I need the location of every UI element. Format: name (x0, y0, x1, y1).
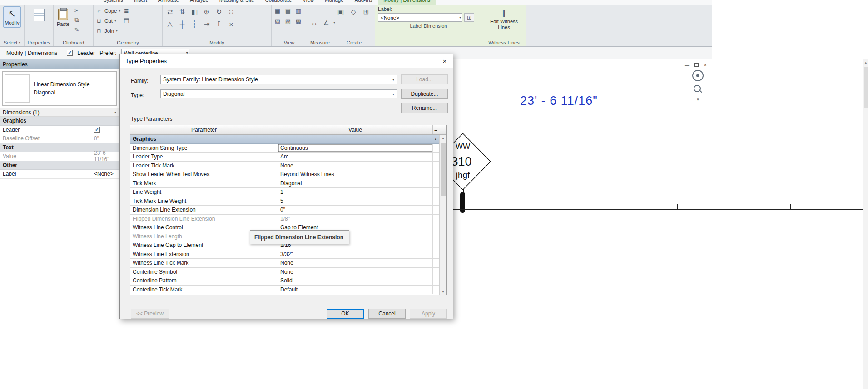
collapse-group-icon[interactable]: ▴ (435, 137, 436, 141)
parameter-group-graphics[interactable]: Graphics▴ (130, 135, 439, 144)
ribbon-tab-systems[interactable]: Systems (98, 0, 129, 5)
property-value[interactable]: 23' 6 11/16" (92, 152, 119, 161)
parameter-value[interactable]: Solid (278, 276, 433, 285)
duplicate-button[interactable]: Duplicate... (401, 89, 448, 99)
selection-filter-combo[interactable]: Dimensions (1) ▾ (0, 108, 119, 117)
leader-option-checkbox[interactable]: ✓ (67, 50, 73, 56)
create-group-icon[interactable]: ▣ (335, 6, 346, 17)
scroll-up-icon[interactable]: ▴ (442, 135, 444, 142)
scroll-down-icon[interactable]: ▾ (442, 288, 444, 295)
parameter-value[interactable]: None (278, 268, 433, 276)
angle-icon[interactable]: ∠ (321, 17, 332, 28)
parameter-value[interactable]: Arc (278, 153, 433, 161)
isolate-icon[interactable]: ▨ (284, 17, 292, 25)
paint-icon[interactable]: ≣ (123, 6, 131, 15)
property-value[interactable]: 0" (92, 134, 119, 143)
wall-line-upper[interactable] (450, 207, 864, 207)
ribbon-tab-massing-site[interactable]: Massing & Site (214, 0, 260, 5)
mirror-icon[interactable]: ◧ (189, 6, 200, 17)
cut-geometry-button[interactable]: ⊔Cut▾ (95, 16, 121, 25)
assign-column-header[interactable]: = (433, 125, 439, 134)
hide-in-view-icon[interactable]: ▧ (273, 17, 282, 25)
ok-button[interactable]: OK (327, 309, 364, 319)
type-selector[interactable]: Linear Dimension Style Diagonal (2, 71, 117, 106)
create-similar-icon[interactable]: ◇ (348, 6, 359, 17)
measure-icon[interactable]: ↔ (309, 17, 320, 28)
linework-icon[interactable]: ▦ (273, 6, 282, 15)
leader-checkbox[interactable]: ✓ (94, 127, 100, 133)
canvas-scrollbar[interactable]: ▴ (863, 59, 868, 389)
cancel-button[interactable]: Cancel (368, 309, 406, 319)
property-value[interactable]: ✓ (92, 126, 119, 134)
parameter-column-header[interactable]: Parameter (130, 125, 278, 134)
restore-icon[interactable] (693, 62, 699, 68)
ribbon-tab-annotate[interactable]: Annotate (153, 0, 184, 5)
modify-button[interactable]: ↖ Modify (3, 6, 20, 28)
type-combo[interactable]: Diagonal ▾ (160, 89, 397, 98)
ribbon-tab-analyze[interactable]: Analyze (184, 0, 214, 5)
parameter-value[interactable]: None (278, 259, 433, 267)
rotate-icon[interactable]: ↻ (213, 6, 224, 17)
chevron-down-icon[interactable]: ▾ (697, 97, 699, 102)
ribbon-tab-manage[interactable]: Manage (319, 0, 349, 5)
cut-icon[interactable]: ✂ (73, 6, 81, 15)
pin-icon[interactable]: ⊺ (213, 19, 224, 30)
cut-profile-icon[interactable]: ▤ (284, 6, 292, 15)
offset-icon[interactable]: ⇅ (177, 6, 188, 17)
parameter-value[interactable]: Diagonal (278, 179, 433, 188)
scale-icon[interactable]: △ (164, 19, 175, 30)
split-face-icon[interactable]: ▤ (123, 16, 131, 24)
property-group-graphics[interactable]: Graphics (0, 117, 119, 126)
scroll-up-icon[interactable]: ▴ (865, 59, 867, 66)
scrollbar-thumb[interactable] (441, 143, 446, 196)
extend-icon[interactable]: ⇥ (201, 19, 212, 30)
parameter-value[interactable]: 0" (278, 206, 433, 214)
property-value[interactable]: <None> (92, 170, 119, 178)
parameter-value[interactable]: Beyond Witness Lines (278, 170, 433, 179)
trim-icon[interactable]: ┼ (177, 19, 188, 30)
parameter-value[interactable]: Continuous (278, 144, 433, 153)
zoom-icon[interactable] (693, 84, 703, 94)
value-column-header[interactable]: Value (278, 125, 433, 134)
apply-button[interactable]: Apply (410, 309, 447, 319)
close-icon[interactable]: × (702, 62, 709, 68)
dialog-close-icon[interactable]: × (436, 54, 453, 68)
split-icon[interactable]: ┆ (189, 19, 200, 30)
align-icon[interactable]: ⇄ (164, 6, 175, 17)
join-button[interactable]: ⊓Join▾ (95, 26, 121, 35)
dimension-label-combo[interactable]: <None> ▾ (378, 13, 462, 22)
properties-palette-header[interactable]: Properties (0, 59, 119, 69)
ribbon-tab-collaborate[interactable]: Collaborate (260, 0, 298, 5)
scrollbar-thumb[interactable] (864, 67, 868, 108)
displace-elements-icon[interactable]: ▩ (294, 17, 303, 25)
panel-label-select[interactable]: Select ▾ (0, 39, 24, 46)
edit-witness-lines-button[interactable]: ∥ Edit Witness Lines (486, 6, 522, 30)
wall-line-lower[interactable] (450, 209, 864, 210)
copy-icon[interactable]: ⧉ (73, 16, 81, 24)
parameter-value[interactable]: 1/8" (278, 215, 433, 223)
load-button[interactable]: Load... (401, 74, 448, 84)
steering-wheel-icon[interactable] (692, 70, 704, 81)
parameter-value[interactable]: 3/32" (278, 250, 433, 259)
paste-button[interactable]: Paste (55, 6, 71, 29)
minimize-icon[interactable]: — (684, 62, 690, 68)
properties-button[interactable] (32, 6, 46, 24)
ribbon-tab-insert[interactable]: Insert (129, 0, 153, 5)
dimension-label-options-icon[interactable]: ⊞ (464, 13, 474, 22)
ribbon-tab-view[interactable]: View (297, 0, 319, 5)
ribbon-tab-modify-dimensions[interactable]: Modify | Dimensions (378, 0, 436, 5)
array-icon[interactable]: ∷ (226, 6, 237, 17)
parameter-value[interactable]: 5 (278, 197, 433, 206)
cope-button[interactable]: ⌐Cope▾ (95, 6, 121, 15)
move-icon[interactable]: ⊕ (201, 6, 212, 17)
parameter-value[interactable]: None (278, 162, 433, 170)
rename-button[interactable]: Rename... (401, 103, 448, 113)
dimension-value-text[interactable]: 23' - 6 11/16" (520, 94, 598, 108)
override-graphics-icon[interactable]: ▥ (294, 6, 303, 15)
dialog-title-bar[interactable]: Type Properties × (120, 54, 453, 68)
parameter-value[interactable]: Default (278, 286, 433, 294)
family-combo[interactable]: System Family: Linear Dimension Style ▾ (160, 75, 397, 84)
parameter-value[interactable]: 1 (278, 188, 433, 197)
create-assembly-icon[interactable]: ⊞ (361, 6, 372, 17)
preview-button[interactable]: << Preview (131, 309, 169, 319)
